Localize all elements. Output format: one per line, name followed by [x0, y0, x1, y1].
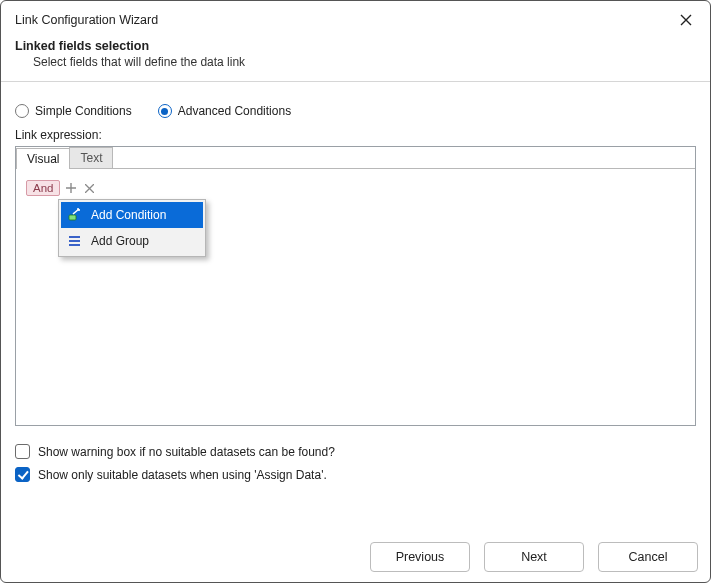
group-operator-tag[interactable]: And	[26, 180, 60, 196]
previous-button[interactable]: Previous	[370, 542, 470, 572]
svg-rect-0	[69, 215, 76, 220]
window-title: Link Configuration Wizard	[15, 13, 158, 27]
svg-rect-2	[69, 240, 80, 242]
add-group-icon	[67, 233, 83, 249]
menu-item-label: Add Condition	[91, 208, 166, 222]
checkbox-icon	[15, 467, 30, 482]
radio-advanced-conditions[interactable]: Advanced Conditions	[158, 104, 291, 118]
radio-label: Advanced Conditions	[178, 104, 291, 118]
menu-item-add-group[interactable]: Add Group	[61, 228, 203, 254]
next-button[interactable]: Next	[484, 542, 584, 572]
link-expression-label: Link expression:	[15, 128, 696, 142]
close-icon[interactable]	[672, 9, 700, 31]
checkbox-label: Show only suitable datasets when using '…	[38, 468, 327, 482]
plus-icon[interactable]	[62, 179, 80, 197]
add-condition-icon	[67, 207, 83, 223]
page-subheading: Select fields that will define the data …	[15, 53, 696, 69]
tab-visual[interactable]: Visual	[16, 148, 70, 169]
svg-rect-3	[69, 244, 80, 246]
page-heading: Linked fields selection	[15, 39, 696, 53]
cancel-button[interactable]: Cancel	[598, 542, 698, 572]
checkbox-show-suitable[interactable]: Show only suitable datasets when using '…	[15, 467, 696, 482]
menu-item-label: Add Group	[91, 234, 149, 248]
radio-label: Simple Conditions	[35, 104, 132, 118]
checkbox-icon	[15, 444, 30, 459]
radio-icon	[15, 104, 29, 118]
close-icon[interactable]	[80, 179, 98, 197]
tab-text[interactable]: Text	[69, 147, 113, 168]
radio-simple-conditions[interactable]: Simple Conditions	[15, 104, 132, 118]
expression-panel: Visual Text And	[15, 146, 696, 426]
menu-item-add-condition[interactable]: Add Condition	[61, 202, 203, 228]
checkbox-show-warning[interactable]: Show warning box if no suitable datasets…	[15, 444, 696, 459]
add-menu-popup: Add Condition Add Group	[58, 199, 206, 257]
radio-icon	[158, 104, 172, 118]
svg-rect-1	[69, 236, 80, 238]
checkbox-label: Show warning box if no suitable datasets…	[38, 445, 335, 459]
